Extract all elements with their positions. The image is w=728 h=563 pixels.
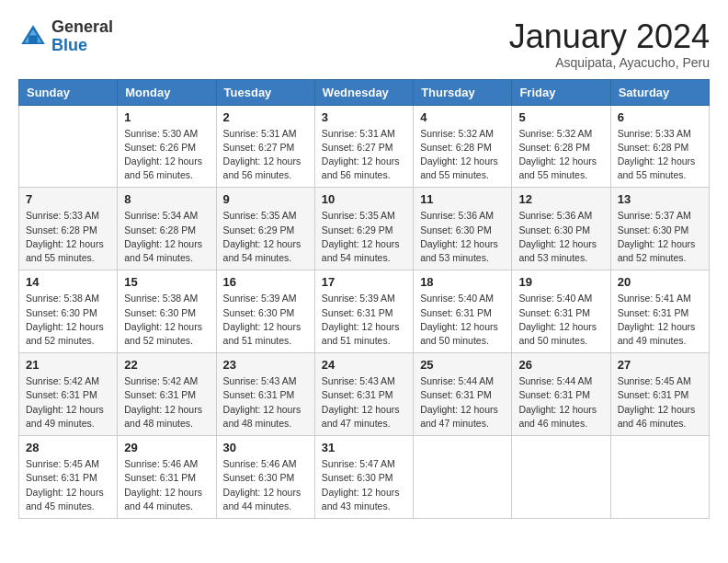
- day-info: Sunrise: 5:38 AM Sunset: 6:30 PM Dayligh…: [124, 292, 209, 348]
- day-info: Sunrise: 5:36 AM Sunset: 6:30 PM Dayligh…: [518, 209, 603, 265]
- day-info: Sunrise: 5:34 AM Sunset: 6:28 PM Dayligh…: [124, 209, 209, 265]
- logo: General Blue: [18, 18, 113, 55]
- col-header-saturday: Saturday: [610, 79, 709, 105]
- calendar-cell: 4Sunrise: 5:32 AM Sunset: 6:28 PM Daylig…: [414, 105, 512, 188]
- calendar-cell: 5Sunrise: 5:32 AM Sunset: 6:28 PM Daylig…: [512, 105, 610, 188]
- day-info: Sunrise: 5:40 AM Sunset: 6:31 PM Dayligh…: [420, 292, 505, 348]
- day-number: 21: [26, 358, 110, 372]
- location-subtitle: Asquipata, Ayacucho, Peru: [509, 55, 710, 70]
- calendar-cell: 23Sunrise: 5:43 AM Sunset: 6:31 PM Dayli…: [216, 353, 314, 436]
- day-number: 14: [26, 275, 110, 289]
- day-info: Sunrise: 5:46 AM Sunset: 6:30 PM Dayligh…: [223, 457, 308, 513]
- col-header-tuesday: Tuesday: [216, 79, 314, 105]
- day-number: 27: [618, 358, 702, 372]
- calendar-cell: 11Sunrise: 5:36 AM Sunset: 6:30 PM Dayli…: [414, 188, 512, 270]
- day-info: Sunrise: 5:41 AM Sunset: 6:31 PM Dayligh…: [618, 292, 702, 348]
- day-info: Sunrise: 5:43 AM Sunset: 6:31 PM Dayligh…: [322, 374, 406, 431]
- calendar-cell: 28Sunrise: 5:45 AM Sunset: 6:31 PM Dayli…: [19, 436, 118, 519]
- calendar-cell: 19Sunrise: 5:40 AM Sunset: 6:31 PM Dayli…: [512, 270, 610, 353]
- day-number: 8: [124, 192, 209, 206]
- day-number: 12: [518, 192, 603, 206]
- calendar-cell: 29Sunrise: 5:46 AM Sunset: 6:31 PM Dayli…: [118, 436, 216, 519]
- col-header-wednesday: Wednesday: [314, 79, 413, 105]
- day-number: 31: [322, 441, 406, 454]
- month-title: January 2024: [509, 18, 710, 55]
- day-number: 7: [26, 192, 110, 206]
- calendar-cell: 2Sunrise: 5:31 AM Sunset: 6:27 PM Daylig…: [216, 105, 314, 188]
- day-info: Sunrise: 5:38 AM Sunset: 6:30 PM Dayligh…: [26, 292, 110, 348]
- day-info: Sunrise: 5:32 AM Sunset: 6:28 PM Dayligh…: [420, 127, 505, 183]
- calendar-cell: 15Sunrise: 5:38 AM Sunset: 6:30 PM Dayli…: [118, 270, 216, 353]
- day-info: Sunrise: 5:33 AM Sunset: 6:28 PM Dayligh…: [618, 127, 702, 183]
- day-number: 30: [223, 441, 308, 454]
- page-header: General Blue January 2024 Asquipata, Aya…: [18, 18, 710, 70]
- col-header-sunday: Sunday: [19, 79, 118, 105]
- day-number: 11: [420, 192, 505, 206]
- calendar-table: SundayMondayTuesdayWednesdayThursdayFrid…: [18, 79, 710, 519]
- calendar-cell: 1Sunrise: 5:30 AM Sunset: 6:26 PM Daylig…: [118, 105, 216, 188]
- day-number: 17: [322, 275, 406, 289]
- day-info: Sunrise: 5:36 AM Sunset: 6:30 PM Dayligh…: [420, 209, 505, 265]
- calendar-cell: 31Sunrise: 5:47 AM Sunset: 6:30 PM Dayli…: [314, 436, 413, 519]
- calendar-cell: 16Sunrise: 5:39 AM Sunset: 6:30 PM Dayli…: [216, 270, 314, 353]
- calendar-cell: 7Sunrise: 5:33 AM Sunset: 6:28 PM Daylig…: [19, 188, 118, 270]
- day-info: Sunrise: 5:30 AM Sunset: 6:26 PM Dayligh…: [124, 127, 209, 183]
- day-number: 26: [518, 358, 603, 372]
- day-info: Sunrise: 5:37 AM Sunset: 6:30 PM Dayligh…: [618, 209, 702, 265]
- day-info: Sunrise: 5:47 AM Sunset: 6:30 PM Dayligh…: [322, 457, 406, 513]
- calendar-cell: 25Sunrise: 5:44 AM Sunset: 6:31 PM Dayli…: [414, 353, 512, 436]
- day-info: Sunrise: 5:35 AM Sunset: 6:29 PM Dayligh…: [322, 209, 406, 265]
- day-number: 23: [223, 358, 308, 372]
- calendar-cell: 30Sunrise: 5:46 AM Sunset: 6:30 PM Dayli…: [216, 436, 314, 519]
- day-number: 4: [420, 110, 505, 124]
- logo-general-text: General: [51, 17, 113, 36]
- calendar-cell: 8Sunrise: 5:34 AM Sunset: 6:28 PM Daylig…: [118, 188, 216, 270]
- day-number: 6: [618, 110, 702, 124]
- day-info: Sunrise: 5:44 AM Sunset: 6:31 PM Dayligh…: [518, 374, 603, 431]
- calendar-week-4: 21Sunrise: 5:42 AM Sunset: 6:31 PM Dayli…: [19, 353, 710, 436]
- calendar-cell: 24Sunrise: 5:43 AM Sunset: 6:31 PM Dayli…: [314, 353, 413, 436]
- calendar-cell: 9Sunrise: 5:35 AM Sunset: 6:29 PM Daylig…: [216, 188, 314, 270]
- calendar-cell: 13Sunrise: 5:37 AM Sunset: 6:30 PM Dayli…: [610, 188, 709, 270]
- day-info: Sunrise: 5:32 AM Sunset: 6:28 PM Dayligh…: [518, 127, 603, 183]
- calendar-week-3: 14Sunrise: 5:38 AM Sunset: 6:30 PM Dayli…: [19, 270, 710, 353]
- day-number: 18: [420, 275, 505, 289]
- calendar-cell: 17Sunrise: 5:39 AM Sunset: 6:31 PM Dayli…: [314, 270, 413, 353]
- day-number: 15: [124, 275, 209, 289]
- calendar-cell: 3Sunrise: 5:31 AM Sunset: 6:27 PM Daylig…: [314, 105, 413, 188]
- day-number: 2: [223, 110, 308, 124]
- calendar-cell: [610, 436, 709, 519]
- calendar-cell: [19, 105, 118, 188]
- day-info: Sunrise: 5:31 AM Sunset: 6:27 PM Dayligh…: [322, 127, 406, 183]
- day-info: Sunrise: 5:33 AM Sunset: 6:28 PM Dayligh…: [26, 209, 110, 265]
- calendar-cell: [414, 436, 512, 519]
- calendar-cell: 21Sunrise: 5:42 AM Sunset: 6:31 PM Dayli…: [19, 353, 118, 436]
- day-info: Sunrise: 5:46 AM Sunset: 6:31 PM Dayligh…: [124, 457, 209, 513]
- col-header-monday: Monday: [118, 79, 216, 105]
- day-info: Sunrise: 5:45 AM Sunset: 6:31 PM Dayligh…: [26, 457, 110, 513]
- logo-icon: [18, 22, 48, 52]
- day-number: 25: [420, 358, 505, 372]
- calendar-week-5: 28Sunrise: 5:45 AM Sunset: 6:31 PM Dayli…: [19, 436, 710, 519]
- day-info: Sunrise: 5:39 AM Sunset: 6:31 PM Dayligh…: [322, 292, 406, 348]
- day-number: 10: [322, 192, 406, 206]
- day-info: Sunrise: 5:35 AM Sunset: 6:29 PM Dayligh…: [223, 209, 308, 265]
- calendar-cell: 18Sunrise: 5:40 AM Sunset: 6:31 PM Dayli…: [414, 270, 512, 353]
- calendar-cell: 20Sunrise: 5:41 AM Sunset: 6:31 PM Dayli…: [610, 270, 709, 353]
- calendar-header-row: SundayMondayTuesdayWednesdayThursdayFrid…: [19, 79, 710, 105]
- day-info: Sunrise: 5:45 AM Sunset: 6:31 PM Dayligh…: [618, 374, 702, 431]
- col-header-friday: Friday: [512, 79, 610, 105]
- day-number: 13: [618, 192, 702, 206]
- calendar-cell: 26Sunrise: 5:44 AM Sunset: 6:31 PM Dayli…: [512, 353, 610, 436]
- day-number: 3: [322, 110, 406, 124]
- calendar-cell: 6Sunrise: 5:33 AM Sunset: 6:28 PM Daylig…: [610, 105, 709, 188]
- calendar-cell: 12Sunrise: 5:36 AM Sunset: 6:30 PM Dayli…: [512, 188, 610, 270]
- day-info: Sunrise: 5:42 AM Sunset: 6:31 PM Dayligh…: [124, 374, 209, 431]
- col-header-thursday: Thursday: [414, 79, 512, 105]
- day-number: 9: [223, 192, 308, 206]
- day-number: 22: [124, 358, 209, 372]
- day-number: 24: [322, 358, 406, 372]
- day-number: 16: [223, 275, 308, 289]
- svg-rect-2: [28, 35, 38, 44]
- calendar-cell: 10Sunrise: 5:35 AM Sunset: 6:29 PM Dayli…: [314, 188, 413, 270]
